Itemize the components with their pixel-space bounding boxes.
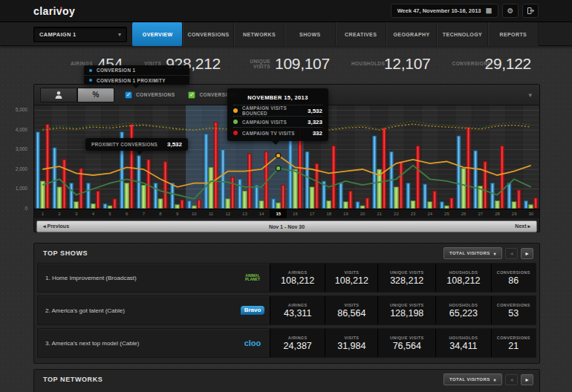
table-row[interactable]: 3. America's next top model (Cable)clooA… [37,328,536,358]
top-networks-prev-button[interactable]: ◂ [505,374,518,385]
tab-conversions[interactable]: CONVERSIONS [183,22,233,46]
chart-options-caret-icon[interactable]: ▾ [528,91,533,99]
cell-value: 86,564 [337,308,365,318]
tab-reports[interactable]: REPORTS [488,22,539,46]
stat-cell-visits: VISITS86,564 [325,296,377,324]
tab-networks[interactable]: NETWORKS [234,22,285,46]
day-tick-14[interactable]: 14 [253,209,270,218]
column-label: HOUSHOLDS [449,336,478,340]
show-logo: cloo [235,329,270,357]
stat-cell-housholds: HOUSHOLDS108,212 [436,264,490,292]
column-label: AIRINGS [288,303,308,307]
day-tick-22[interactable]: 22 [388,209,405,218]
day-tick-4[interactable]: 4 [85,209,102,218]
top-networks-filter-dropdown[interactable]: TOTAL VISITORS ▾ [443,373,502,385]
day-tick-9[interactable]: 9 [169,209,186,218]
top-networks-header: TOP NETWORKS TOTAL VISITORS ▾ ◂ ▸ [34,370,539,389]
day-tick-30[interactable]: 30 [522,209,539,218]
day-tick-13[interactable]: 13 [236,209,253,218]
day-tick-6[interactable]: 6 [118,209,135,218]
pager-next-button[interactable]: Next ▸ [464,223,530,229]
day-tick-27[interactable]: 27 [472,209,489,218]
day-tick-11[interactable]: 11 [203,209,220,218]
top-bar: clarivoy Week 47, November 10-16, 2013 ▦… [0,0,572,22]
cell-value: 21 [508,341,519,351]
proximity-tooltip-label: PROXIMITY CONVERSIONS [91,142,167,147]
top-shows-prev-button[interactable]: ◂ [505,248,518,259]
cell-value: 34,411 [449,341,477,351]
day-tick-19[interactable]: 19 [337,209,354,218]
stat-label: UNIQUE VISITS [242,59,270,70]
stat-cell-conversions: CONVERSIONS86 [492,264,536,292]
column-label: VISITS [344,270,359,275]
campaign-selector[interactable]: CAMPAIGN 1 ▾ [33,27,127,42]
bravo-logo: Bravo [241,306,265,315]
top-bar-controls: Week 47, November 10-16, 2013 ▦ ⚙ [391,4,539,18]
day-tick-1[interactable]: 1 [34,209,51,218]
stat-conversions: CONVERSIONS29,122 [452,50,531,77]
top-networks-next-button[interactable]: ▸ [521,374,533,385]
day-tick-16[interactable]: 16 [287,209,304,218]
table-row[interactable]: 1. Home Improvement (Broadcast)ANIMALPLA… [37,263,536,293]
day-tick-26[interactable]: 26 [455,209,472,218]
stat-housholds: HOUSHOLDS12,107 [351,50,430,77]
series-dot-icon [233,108,238,113]
cell-value: 108,212 [446,275,480,286]
legend-item-0: ✓CONVERSIONS [125,91,175,99]
table-row[interactable]: 2. America's got talent (Cable)BravoAIRI… [37,295,536,325]
percent-view-button[interactable]: % [77,88,114,102]
day-tick-15[interactable]: 15 [270,209,287,218]
cell-value: 65,223 [449,308,478,318]
day-tick-7[interactable]: 7 [135,209,152,218]
show-logo: ANIMALPLANET [235,264,270,292]
conversion-option-label: CONVERSION 1 PROXIMITY [97,78,166,83]
series-dot-icon [233,131,238,135]
conversion-option-0[interactable]: CONVERSION 1 [84,65,189,75]
day-tick-20[interactable]: 20 [354,209,371,218]
day-tooltip: NOVEMBER 15, 2013 CAMPAIGN VISITS BOUNCE… [227,88,328,141]
dropdown-tail [132,85,140,88]
day-tick-28[interactable]: 28 [489,209,506,218]
cell-value: 43,311 [284,308,311,318]
top-shows-next-button[interactable]: ▸ [521,248,533,259]
legend-checkbox-0[interactable]: ✓ [125,91,132,99]
bullet-icon [89,79,92,82]
conversion-dropdown: CONVERSION 1CONVERSION 1 PROXIMITY [84,65,189,85]
day-tick-29[interactable]: 29 [506,209,523,218]
day-tick-8[interactable]: 8 [152,209,169,218]
pager-previous-button[interactable]: ◂ Previous [43,223,110,229]
logout-button[interactable] [522,4,539,18]
tooltip-tail [136,151,143,154]
stat-value: 12,107 [384,55,430,73]
conversion-option-1[interactable]: CONVERSION 1 PROXIMITY [84,75,189,85]
day-tick-3[interactable]: 3 [68,209,85,218]
day-tick-17[interactable]: 17 [304,209,321,218]
tab-overview[interactable]: OVERVIEW [132,22,183,46]
day-tick-5[interactable]: 5 [102,209,119,218]
cell-value: 108,212 [281,275,314,286]
day-tick-18[interactable]: 18 [320,209,337,218]
day-tick-10[interactable]: 10 [186,209,203,218]
top-shows-filter-dropdown[interactable]: TOTAL VISITORS ▾ [443,247,502,259]
tooltip-tail [272,141,279,145]
day-tick-2[interactable]: 2 [51,209,68,218]
pager-range-label: Nov 1 - Nov 30 [110,224,464,229]
audience-view-button[interactable] [40,88,77,102]
date-range-selector[interactable]: Week 47, November 10-16, 2013 ▦ [391,4,498,18]
day-tick-12[interactable]: 12 [219,209,236,218]
app-logo-text: clarivoy [33,5,75,17]
tab-geography[interactable]: GEOGRAPHY [386,22,437,46]
top-shows-header: TOP SHOWS TOTAL VISITORS ▾ ◂ ▸ [34,244,539,263]
show-stats: AIRINGS108,212VISITS108,212UNIQUE VISITS… [270,264,536,292]
day-tick-23[interactable]: 23 [405,209,422,218]
day-tick-25[interactable]: 25 [438,209,455,218]
settings-button[interactable]: ⚙ [502,4,519,18]
tab-technology[interactable]: TECHNOLOGY [437,22,487,46]
legend-checkbox-1[interactable]: ✓ [188,91,195,99]
tooltip-row-2: CAMPAIGN TV VISITS332 [233,127,322,138]
proximity-tooltip-value: 3,532 [167,141,182,148]
day-tick-21[interactable]: 21 [371,209,388,218]
tab-shows[interactable]: SHOWS [285,22,335,46]
day-tick-24[interactable]: 24 [421,209,438,218]
tab-creatives[interactable]: CREATIVES [336,22,386,46]
